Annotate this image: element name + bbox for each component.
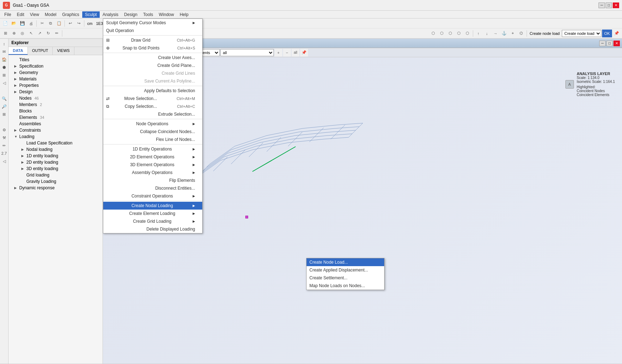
tree-constraints[interactable]: ▶ Constraints [9, 127, 103, 133]
menu-sculpt[interactable]: Sculpt [82, 11, 100, 18]
save-button[interactable]: 💾 [19, 20, 26, 27]
left-icon-12[interactable]: ✏ [1, 142, 8, 149]
tree-loading[interactable]: ▼ Loading [9, 133, 103, 140]
menu-analysis[interactable]: Analysis [100, 11, 121, 18]
maximize-button[interactable]: □ [606, 2, 612, 8]
menu-create-grid-loading[interactable]: Create Grid Loading ▶ [103, 217, 202, 225]
tab-output[interactable]: OUTPUT [28, 47, 53, 55]
left-icon-5[interactable]: ⊞ [1, 72, 8, 79]
circle-btn[interactable]: ⊕ [10, 30, 18, 37]
left-icon-3[interactable]: 🏠 [1, 56, 8, 63]
menu-model[interactable]: Model [42, 11, 59, 18]
menu-draw-grid[interactable]: ⊞ Draw Grid Ctrl+Alt+G [103, 36, 202, 44]
menu-disconnect-entities[interactable]: Disconnect Entities... [103, 184, 202, 192]
left-icon-2[interactable]: ✉ [1, 48, 8, 55]
new-button[interactable]: 📄 [1, 20, 9, 27]
left-icon-7[interactable]: 🔍 [1, 95, 8, 102]
print-button[interactable]: 🖨 [27, 20, 35, 27]
rotate-btn[interactable]: ↻ [44, 30, 52, 37]
menu-window[interactable]: Window [156, 11, 177, 18]
left-icon-10[interactable]: ⚙ [1, 126, 8, 133]
menu-edit[interactable]: Edit [14, 11, 27, 18]
menu-create-user-axes[interactable]: Create User Axes... [103, 54, 202, 62]
view-btn-1[interactable]: ⬡ [429, 30, 437, 37]
inner-close[interactable]: ✕ [613, 41, 620, 46]
inner-maximize[interactable]: □ [606, 41, 613, 46]
menu-collapse-nodes[interactable]: Collapse Coincident Nodes... [103, 128, 202, 136]
tree-1d-loading[interactable]: ▶ 1D entity loading [9, 153, 103, 159]
tree-gravity-loading[interactable]: Gravity Loading [9, 178, 103, 185]
arrow-down[interactable]: ↓ [483, 30, 491, 37]
left-icon-14[interactable]: ◁ [1, 158, 8, 165]
display-all[interactable]: all [292, 49, 299, 57]
tree-nodes[interactable]: Nodes 46 [9, 95, 103, 101]
menu-create-grid-plane[interactable]: Create Grid Plane... [103, 62, 202, 69]
menu-create-applied-displacement[interactable]: Create Applied Displacement... [307, 266, 384, 274]
arrow-right[interactable]: → [492, 30, 500, 37]
menu-move-selection[interactable]: ⇄ Move Selection... Ctrl+Alt+M [103, 95, 202, 102]
menu-create-settlement[interactable]: Create Settlement... [307, 274, 384, 282]
menu-file[interactable]: File [1, 11, 14, 18]
menu-apply-defaults[interactable]: Apply Defaults to Selection [103, 87, 202, 95]
tree-design[interactable]: ▶ Design [9, 89, 103, 95]
tree-dynamic-response[interactable]: ▶ Dynamic response [9, 185, 103, 191]
ok-btn[interactable]: OK [602, 30, 612, 37]
tree-specification[interactable]: ▶ Specification [9, 63, 103, 69]
menu-view[interactable]: View [27, 11, 42, 18]
menu-node-operations[interactable]: Node Operations ▶ [103, 120, 202, 128]
view-btn-4[interactable]: ⬡ [455, 30, 463, 37]
anchor-btn[interactable]: ⚓ [500, 30, 508, 37]
left-icon-11[interactable]: ⚒ [1, 134, 8, 141]
menu-delete-displayed-loading[interactable]: Delete Displayed Loading [103, 225, 202, 233]
tree-load-case-spec[interactable]: Load Case Specification [9, 140, 103, 146]
menu-create-nodal-loading[interactable]: Create Nodal Loading ▶ [103, 202, 202, 210]
tb-extra-2[interactable]: ⌬ [517, 30, 525, 37]
menu-snap-grid-points[interactable]: ⊕ Snap to Grid Points Ctrl+Alt+S [103, 44, 202, 52]
tab-data[interactable]: DATA [9, 47, 28, 55]
edit-btn[interactable]: ✏ [53, 30, 61, 37]
snap-btn[interactable]: ◎ [19, 30, 26, 37]
tree-materials[interactable]: ▶ Materials [9, 76, 103, 82]
menu-tools[interactable]: Tools [140, 11, 156, 18]
menu-copy-selection[interactable]: ⧉ Copy Selection... Ctrl+Alt+C [103, 102, 202, 110]
menu-assembly-ops[interactable]: Assembly Operations ▶ [103, 169, 202, 176]
tree-titles[interactable]: Titles [9, 57, 103, 63]
left-icon-8[interactable]: 🔎 [1, 103, 8, 110]
menu-design[interactable]: Design [121, 11, 140, 18]
menu-2d-element-ops[interactable]: 2D Element Operations ▶ [103, 153, 202, 161]
menu-quit-operation[interactable]: Quit Operation [103, 27, 202, 35]
cursor-btn[interactable]: ↖ [27, 30, 35, 37]
menu-create-element-loading[interactable]: Create Element Loading ▶ [103, 210, 202, 217]
menu-extrude-selection[interactable]: Extrude Selection... [103, 110, 202, 118]
copy-button[interactable]: ⧉ [47, 20, 54, 27]
view-btn-3[interactable]: ⬡ [446, 30, 454, 37]
left-icon-1[interactable]: ↕ [1, 40, 8, 47]
tab-views[interactable]: VIEWS [53, 47, 74, 55]
paste-button[interactable]: 📋 [55, 20, 63, 27]
undo-button[interactable]: ↩ [66, 20, 74, 27]
menu-flex-line-nodes[interactable]: Flex Line of Nodes... [103, 136, 202, 143]
display-add[interactable]: + [275, 49, 282, 57]
view-btn-5[interactable]: ⬡ [464, 30, 471, 37]
tree-members[interactable]: Members 2 [9, 101, 103, 108]
redo-button[interactable]: ↪ [75, 20, 83, 27]
menu-constraint-ops[interactable]: Constraint Operations ▶ [103, 192, 202, 200]
tb-extra-1[interactable]: ⌖ [509, 30, 517, 37]
menu-3d-element-ops[interactable]: 3D Element Operations ▶ [103, 161, 202, 169]
grid-toggle[interactable]: ⊞ [1, 30, 9, 37]
menu-graphics[interactable]: Graphics [59, 11, 82, 18]
open-button[interactable]: 📂 [10, 20, 18, 27]
menu-help[interactable]: Help [177, 11, 192, 18]
tree-nodal-loading[interactable]: ▶ Nodal loading [9, 146, 103, 153]
tree-grid-loading[interactable]: Grid loading [9, 172, 103, 178]
left-icon-9[interactable]: ⊞ [1, 111, 8, 118]
minimize-button[interactable]: ─ [599, 2, 605, 8]
node-load-select[interactable]: Create node load [562, 30, 601, 37]
tree-assemblies[interactable]: Assemblies [9, 121, 103, 127]
all-select[interactable]: all [220, 49, 274, 56]
arrow-btn[interactable]: ↗ [36, 30, 43, 37]
tree-elements[interactable]: Elements 34 [9, 114, 103, 121]
menu-create-node-load[interactable]: Create Node Load... [307, 258, 384, 266]
menu-map-node-loads[interactable]: Map Node Loads on Nodes... [307, 282, 384, 290]
tree-2d-loading[interactable]: ▶ 2D entity loading [9, 159, 103, 165]
